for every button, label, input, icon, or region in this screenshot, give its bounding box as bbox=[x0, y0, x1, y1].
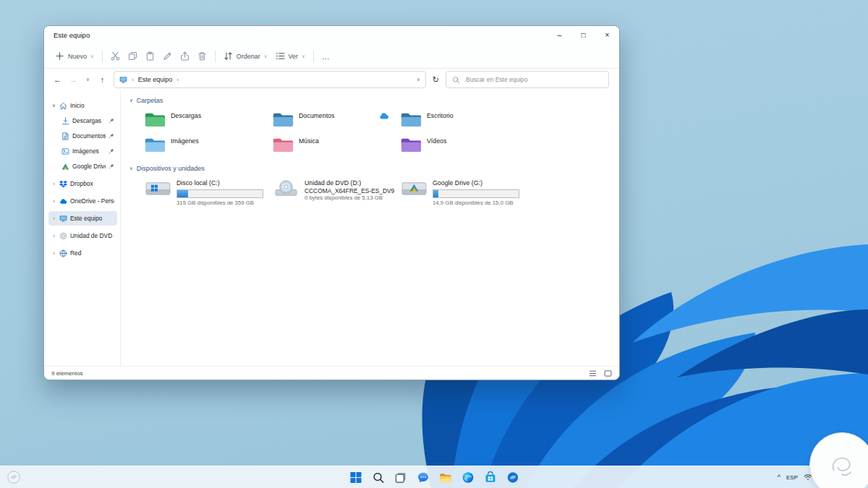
chevron-down-icon: ∨ bbox=[264, 53, 268, 59]
search-box[interactable] bbox=[446, 71, 609, 88]
drive-tile-dvd[interactable]: Unidad de DVD (D:) CCCOMA_X64FRE_ES-ES_D… bbox=[273, 179, 401, 206]
items-count: 9 elementos bbox=[51, 370, 83, 377]
drive-detail: 14,9 GB disponibles de 15,0 GB bbox=[433, 200, 519, 206]
sidebar-item-red[interactable]: › Red bbox=[48, 246, 117, 260]
pin-icon bbox=[109, 133, 114, 139]
address-bar[interactable]: › Este equipo › ∨ bbox=[114, 71, 426, 88]
ver-button[interactable]: Ver ∨ bbox=[276, 51, 305, 61]
cut-button[interactable] bbox=[111, 51, 120, 61]
ver-label: Ver bbox=[289, 53, 299, 60]
dvd-icon bbox=[59, 232, 67, 240]
folder-icon bbox=[273, 111, 294, 127]
folder-tile-descargas[interactable]: Descargas bbox=[145, 111, 273, 127]
store-button[interactable] bbox=[481, 468, 500, 487]
pinned-app-button[interactable] bbox=[503, 468, 522, 487]
maximize-button[interactable]: □ bbox=[571, 26, 595, 44]
this-pc-icon bbox=[119, 76, 127, 84]
address-dropdown-chevron[interactable]: ∨ bbox=[417, 77, 420, 82]
chevron-right-icon[interactable]: › bbox=[51, 216, 56, 221]
up-button[interactable]: ↑ bbox=[98, 75, 107, 84]
command-bar: Nuevo ∨ O bbox=[44, 44, 619, 69]
pin-icon bbox=[109, 118, 114, 124]
sidebar-item-dvd[interactable]: › Unidad de DVD (D:) bbox=[48, 228, 117, 243]
share-button[interactable] bbox=[180, 51, 190, 61]
start-button[interactable] bbox=[346, 468, 365, 487]
sidebar-item-descargas[interactable]: Descargas bbox=[48, 114, 117, 128]
view-icon bbox=[276, 51, 285, 61]
pin-icon bbox=[109, 148, 114, 154]
tray-expand-button[interactable]: ^ bbox=[778, 474, 780, 481]
sidebar-item-documentos[interactable]: Documentos bbox=[48, 129, 117, 143]
sidebar-item-imagenes[interactable]: Imágenes bbox=[48, 144, 117, 158]
folder-tile-escritorio[interactable]: Escritorio bbox=[401, 111, 529, 127]
sidebar-label: Dropbox bbox=[70, 180, 114, 187]
sidebar-item-este-equipo[interactable]: › Este equipo bbox=[48, 211, 117, 226]
breadcrumb-chevron: › bbox=[132, 77, 134, 83]
task-view-icon bbox=[394, 471, 407, 484]
section-header-carpetas[interactable]: ∨ Carpetas bbox=[129, 97, 163, 104]
chevron-right-icon[interactable]: › bbox=[51, 251, 56, 256]
edge-button[interactable] bbox=[459, 468, 477, 487]
folder-name: Música bbox=[299, 137, 319, 145]
google-drive-icon bbox=[61, 163, 69, 171]
folder-tile-musica[interactable]: Música bbox=[273, 137, 401, 153]
folder-icon bbox=[273, 137, 294, 153]
devices-grid: Disco local (C:) 315 GB disponibles de 3… bbox=[145, 179, 612, 206]
drive-volume-label: CCCOMA_X64FRE_ES-ES_DV9 bbox=[305, 187, 394, 194]
titlebar[interactable]: Este equipo – □ × bbox=[44, 26, 619, 44]
chat-button[interactable] bbox=[414, 468, 433, 487]
back-button[interactable]: ← bbox=[53, 75, 62, 84]
chevron-right-icon[interactable]: › bbox=[51, 181, 56, 187]
task-view-button[interactable] bbox=[391, 468, 410, 487]
sidebar-item-inicio[interactable]: ∨ Inicio bbox=[48, 98, 117, 113]
sidebar-item-dropbox[interactable]: › Dropbox bbox=[48, 176, 117, 191]
delete-button[interactable] bbox=[197, 51, 207, 61]
taskbar-search-button[interactable] bbox=[369, 468, 388, 487]
local-disk-icon bbox=[145, 179, 171, 199]
drive-tile-google-drive[interactable]: Google Drive (G:) 14,9 GB disponibles de… bbox=[401, 179, 529, 206]
window-body: ∨ Inicio Descargas Documentos Imágenes bbox=[44, 90, 619, 366]
chevron-down-icon[interactable]: ∨ bbox=[51, 103, 56, 108]
sidebar-label: Red bbox=[70, 249, 114, 257]
folder-tile-imagenes[interactable]: Imágenes bbox=[145, 137, 273, 153]
more-options-button[interactable]: … bbox=[322, 52, 331, 61]
folder-tile-videos[interactable]: Vídeos bbox=[401, 137, 529, 153]
ordenar-button[interactable]: Ordenar ∨ bbox=[224, 51, 268, 61]
folder-icon bbox=[401, 111, 422, 127]
file-explorer-button[interactable] bbox=[436, 468, 455, 487]
rename-button[interactable] bbox=[163, 51, 172, 61]
forward-button[interactable]: → bbox=[69, 75, 78, 84]
paste-button[interactable] bbox=[145, 51, 155, 61]
chevron-right-icon[interactable]: › bbox=[51, 234, 56, 239]
sidebar-item-onedrive[interactable]: › OneDrive - Personal bbox=[48, 194, 117, 208]
breadcrumb-chevron[interactable]: › bbox=[176, 77, 179, 83]
large-icons-view-icon[interactable] bbox=[604, 369, 612, 377]
search-input[interactable] bbox=[464, 75, 603, 84]
refresh-button[interactable]: ↻ bbox=[433, 75, 439, 85]
sidebar-label: Unidad de DVD (D:) bbox=[70, 232, 114, 239]
taskbar: ^ ESP 1:21 15/06/2022 bbox=[0, 466, 868, 488]
chevron-right-icon[interactable]: › bbox=[51, 199, 56, 204]
minimize-button[interactable]: – bbox=[548, 26, 571, 44]
nuevo-label: Nuevo bbox=[68, 53, 87, 60]
widgets-icon[interactable] bbox=[7, 469, 22, 485]
rename-icon bbox=[163, 51, 172, 61]
drive-name: Google Drive (G:) bbox=[433, 179, 519, 187]
sidebar-label: Imágenes bbox=[72, 147, 106, 155]
copy-button[interactable] bbox=[128, 51, 137, 61]
sort-icon bbox=[224, 51, 233, 61]
close-button[interactable]: × bbox=[595, 26, 619, 44]
drive-tile-c[interactable]: Disco local (C:) 315 GB disponibles de 3… bbox=[145, 179, 273, 206]
details-view-icon[interactable] bbox=[589, 369, 597, 377]
cut-icon bbox=[111, 51, 120, 61]
taskbar-apps bbox=[346, 468, 522, 487]
folder-tile-documentos[interactable]: Documentos bbox=[273, 111, 401, 127]
breadcrumb[interactable]: Este equipo bbox=[138, 76, 173, 83]
language-indicator[interactable]: ESP bbox=[786, 474, 798, 481]
sidebar-item-google-drive[interactable]: Google Drive (G:) bbox=[48, 159, 117, 174]
recent-locations-chevron[interactable]: ∨ bbox=[85, 77, 91, 82]
blue-app-icon bbox=[506, 471, 519, 484]
section-header-dispositivos[interactable]: ∨ Dispositivos y unidades bbox=[129, 165, 205, 172]
sidebar-label: Inicio bbox=[70, 102, 114, 109]
nuevo-button[interactable]: Nuevo ∨ bbox=[55, 51, 94, 61]
